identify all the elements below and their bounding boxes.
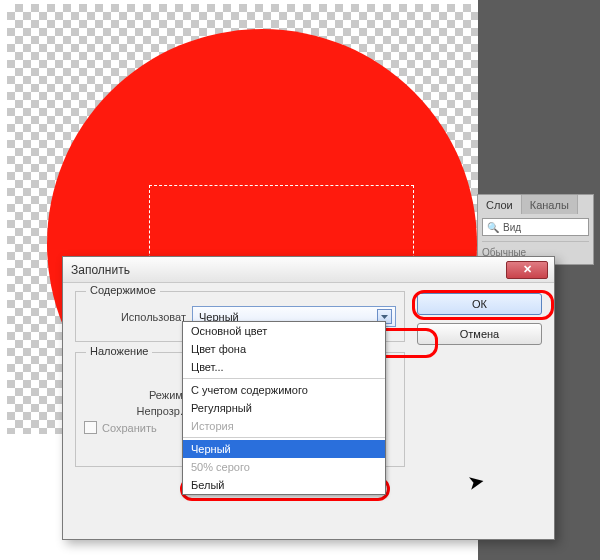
dropdown-item: История [183,417,385,435]
mode-label: Режим: [84,389,186,401]
cancel-button-label: Отмена [460,328,499,340]
preserve-label: Сохранить [102,422,157,434]
use-dropdown-list[interactable]: Основной цветЦвет фонаЦвет...С учетом со… [182,321,386,495]
layer-search-placeholder: Вид [503,222,521,233]
panel-tabs: Слои Каналы [478,195,593,214]
dropdown-separator [183,437,385,438]
dialog-titlebar[interactable]: Заполнить ✕ [63,257,554,283]
dropdown-item[interactable]: Регулярный [183,399,385,417]
tab-layers[interactable]: Слои [478,195,522,214]
dropdown-item[interactable]: Белый [183,476,385,494]
layers-panel: Слои Каналы 🔍 Вид Обычные [477,194,594,265]
dropdown-item[interactable]: Основной цвет [183,322,385,340]
close-button[interactable]: ✕ [506,261,548,279]
group-blending-legend: Наложение [86,345,152,357]
ok-button[interactable]: ОК [417,293,542,315]
opacity-label: Непрозр.: [84,405,186,417]
group-content-legend: Содержимое [86,284,160,296]
dropdown-item[interactable]: Черный [183,440,385,458]
dropdown-item: 50% серого [183,458,385,476]
dialog-title: Заполнить [71,263,130,277]
dropdown-item[interactable]: Цвет... [183,358,385,376]
fill-dialog: Заполнить ✕ Содержимое Использоват Черны… [62,256,555,540]
dropdown-separator [183,378,385,379]
tab-channels[interactable]: Каналы [522,195,578,214]
ok-button-label: ОК [472,298,487,310]
dropdown-item[interactable]: С учетом содержимого [183,381,385,399]
dialog-button-column: ОК Отмена [417,293,542,345]
layer-search-input[interactable]: 🔍 Вид [482,218,589,236]
search-icon: 🔍 [487,222,499,233]
dropdown-item[interactable]: Цвет фона [183,340,385,358]
preserve-checkbox[interactable] [84,421,97,434]
close-icon: ✕ [523,263,532,276]
cancel-button[interactable]: Отмена [417,323,542,345]
use-label: Использоват [84,311,186,323]
